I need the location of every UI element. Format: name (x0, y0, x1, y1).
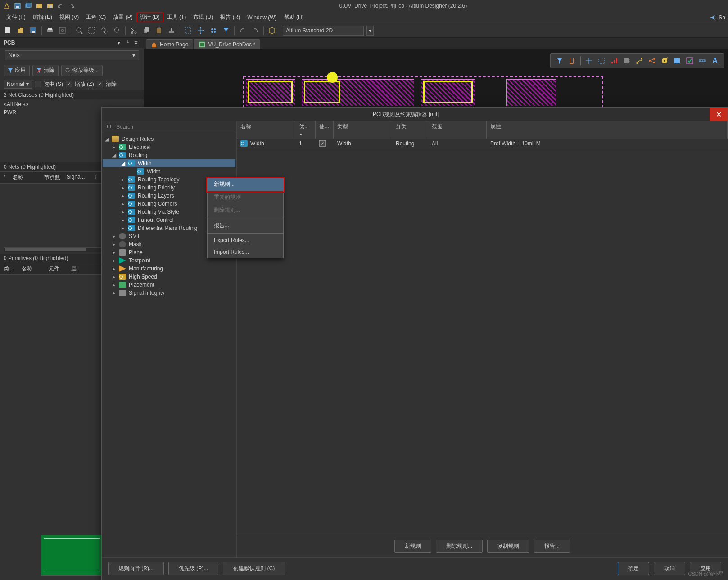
pcb-selector[interactable]: Nets ▾ (5, 50, 139, 60)
panel-pin-icon[interactable] (126, 40, 132, 46)
col-name[interactable]: 名称 (11, 173, 42, 182)
align-icon[interactable] (610, 56, 619, 65)
rule-row-width[interactable]: Width 1 ✓ Width Routing All Pref Width =… (237, 139, 728, 148)
col-t[interactable]: T (92, 173, 101, 182)
zoom-icon[interactable] (112, 25, 122, 36)
snap-icon[interactable] (568, 56, 577, 65)
tree-routing[interactable]: ◢Routing (103, 151, 235, 159)
tree-electrical[interactable]: ▸Electrical (103, 143, 235, 151)
zoom-area-icon[interactable] (74, 25, 85, 36)
drc-icon[interactable] (685, 56, 694, 65)
menu-view[interactable]: 视图 (V) (56, 12, 82, 22)
copy-rule-button[interactable]: 复制规则 (487, 540, 529, 553)
ok-button[interactable]: 确定 (618, 562, 649, 575)
filter-icon[interactable] (221, 25, 231, 36)
ctx-import-rules[interactable]: Import Rules... (208, 246, 283, 258)
save-all-icon[interactable] (24, 2, 32, 10)
filter-icon[interactable] (555, 56, 564, 65)
delete-rule-button[interactable]: 删除规则... (436, 540, 483, 553)
tab-pcbdoc[interactable]: VU_Drive.PcbDoc * (194, 39, 260, 49)
net-icon[interactable] (647, 56, 656, 65)
undo-icon[interactable] (237, 25, 248, 36)
save-icon[interactable] (28, 25, 39, 36)
menu-route[interactable]: 布线 (U) (190, 12, 217, 22)
move-icon[interactable] (195, 25, 206, 36)
priority-button[interactable]: 优先级 (P)... (168, 562, 218, 575)
enabled-checkbox[interactable]: ✓ (319, 140, 326, 147)
col-nodes[interactable]: 节点数 (42, 173, 65, 182)
save-icon[interactable] (14, 2, 22, 10)
select-rect-icon[interactable] (183, 25, 194, 36)
display-mode-select[interactable]: Normal ▾ (4, 80, 32, 89)
col-attributes[interactable]: 属性 (487, 121, 728, 139)
cut-icon[interactable] (128, 25, 139, 36)
select-touching-icon[interactable] (208, 25, 219, 36)
menu-window[interactable]: Window (W) (244, 13, 280, 22)
apply-button[interactable]: 应用 (4, 65, 30, 76)
tree-width-rule[interactable]: ▸Width (103, 167, 235, 175)
col-signal[interactable]: Signa... (65, 173, 92, 182)
paste-icon[interactable] (154, 25, 164, 36)
open-folder-icon[interactable] (15, 25, 26, 36)
tree-highspeed[interactable]: ▸High Speed (103, 273, 235, 281)
col-name[interactable]: 名称 (237, 121, 295, 139)
open-project-icon[interactable] (46, 2, 54, 10)
menu-file[interactable]: 文件 (F) (3, 12, 29, 22)
report-button[interactable]: 报告... (534, 540, 570, 553)
col-type[interactable]: 类型 (334, 121, 392, 139)
route-icon[interactable] (635, 56, 644, 65)
dialog-close-button[interactable]: ✕ (710, 108, 728, 121)
col-pname[interactable]: 名称 (20, 264, 47, 274)
tree-signal-integrity[interactable]: ▸Signal Integrity (103, 289, 235, 297)
menu-tools[interactable]: 工具 (T) (163, 12, 190, 22)
measure-icon[interactable] (698, 56, 707, 65)
view-mode-dropdown-icon[interactable]: ▾ (366, 26, 374, 36)
3d-icon[interactable] (267, 25, 277, 36)
text-icon[interactable]: A (710, 56, 719, 65)
create-default-button[interactable]: 创建默认规则 (C) (223, 562, 285, 575)
undo-icon[interactable] (57, 2, 65, 10)
component-icon[interactable] (622, 56, 631, 65)
zoom-fit-icon[interactable] (86, 25, 97, 36)
copy-icon[interactable] (141, 25, 152, 36)
rubber-stamp-icon[interactable] (166, 25, 177, 36)
col-comp[interactable]: 元件 (47, 264, 69, 274)
tab-home[interactable]: Home Page (146, 39, 193, 49)
col-layer[interactable]: 层 (69, 264, 87, 274)
menu-help[interactable]: 帮助 (H) (280, 12, 307, 22)
tree-width[interactable]: ◢Width (103, 159, 235, 167)
tree-design-rules[interactable]: ◢Design Rules (103, 135, 235, 143)
via-icon[interactable] (660, 56, 669, 65)
panel-close-icon[interactable]: ✕ (134, 40, 140, 46)
tree-manufacturing[interactable]: ▸Manufacturing (103, 265, 235, 273)
redo-icon[interactable] (68, 2, 76, 10)
col-priority[interactable]: 优.. ▲ (295, 121, 316, 139)
print-icon[interactable] (45, 25, 55, 36)
polygon-icon[interactable] (673, 56, 682, 65)
clear-checkbox[interactable]: ✓ (97, 81, 103, 87)
rule-wizard-button[interactable]: 规则向导 (R)... (108, 562, 164, 575)
zoom-selected-icon[interactable] (99, 25, 110, 36)
select-checkbox[interactable] (35, 81, 41, 87)
col-type[interactable]: 类... (2, 264, 20, 274)
col-star[interactable]: * (2, 173, 11, 182)
new-rule-button[interactable]: 新规则 (394, 540, 431, 553)
ctx-new-rule[interactable]: 新规则... (208, 178, 283, 191)
ctx-export-rules[interactable]: Export Rules... (208, 234, 283, 246)
menu-place[interactable]: 放置 (P) (109, 12, 136, 22)
view-mode-select[interactable] (283, 26, 364, 36)
menu-project[interactable]: 工程 (C) (82, 12, 109, 22)
new-doc-icon[interactable] (3, 25, 14, 36)
ctx-report[interactable]: 报告... (208, 219, 283, 232)
menu-design[interactable]: 设计 (D) (136, 12, 163, 22)
col-category[interactable]: 分类 (392, 121, 428, 139)
col-enabled[interactable]: 使... (316, 121, 334, 139)
place-cross-icon[interactable] (584, 56, 593, 65)
open-icon[interactable] (35, 2, 43, 10)
zoom-checkbox[interactable]: ✓ (66, 81, 72, 87)
preview-icon[interactable] (57, 25, 68, 36)
search-box[interactable]: Search (102, 121, 236, 133)
menu-report[interactable]: 报告 (R) (217, 12, 244, 22)
cancel-button[interactable]: 取消 (654, 562, 685, 575)
redo-icon[interactable] (250, 25, 261, 36)
